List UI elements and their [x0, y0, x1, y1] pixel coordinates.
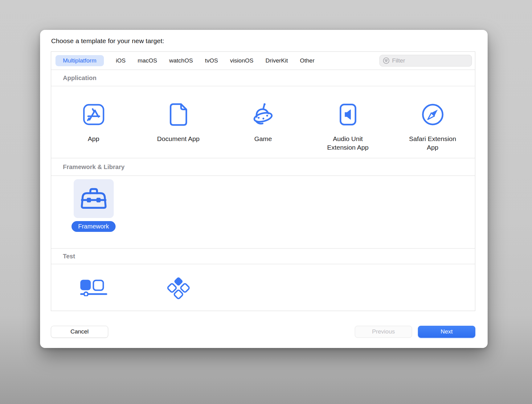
- framework-templates: Framework: [51, 176, 475, 248]
- selected-template-pill: Framework: [72, 221, 115, 232]
- tab-macos[interactable]: macOS: [137, 55, 157, 66]
- template-label: Safari Extension App: [405, 135, 461, 152]
- template-document-app[interactable]: Document App: [136, 86, 221, 158]
- section-header-framework-library: Framework & Library: [51, 158, 475, 176]
- template-label: App: [88, 135, 99, 143]
- ufo-game-icon: [250, 102, 276, 127]
- template-ui-testing-bundle[interactable]: [51, 264, 136, 311]
- filter-field[interactable]: [379, 55, 472, 67]
- template-audio-unit-extension-app[interactable]: Audio Unit Extension App: [305, 86, 390, 158]
- template-safari-extension-app[interactable]: Safari Extension App: [390, 86, 475, 158]
- template-framework-selected[interactable]: Framework: [51, 176, 136, 248]
- section-header-application: Application: [51, 70, 475, 86]
- test-templates: [51, 264, 475, 311]
- template-label: Game: [254, 135, 272, 143]
- section-header-test: Test: [51, 248, 475, 264]
- template-label: Audio Unit Extension App: [320, 135, 376, 152]
- new-target-dialog: Choose a template for your new target: M…: [40, 30, 488, 348]
- document-icon: [169, 102, 188, 127]
- tab-tvos[interactable]: tvOS: [205, 55, 218, 66]
- unit-testing-bundle-icon: [167, 276, 190, 300]
- audio-unit-speaker-icon: [339, 102, 357, 127]
- ui-testing-bundle-icon: [80, 280, 107, 296]
- template-app[interactable]: App: [51, 86, 136, 158]
- tab-visionos[interactable]: visionOS: [230, 55, 253, 66]
- tab-driverkit[interactable]: DriverKit: [265, 55, 288, 66]
- previous-button[interactable]: Previous: [355, 326, 412, 338]
- template-unit-testing-bundle[interactable]: [136, 264, 221, 311]
- tab-other[interactable]: Other: [300, 55, 315, 66]
- toolbox-icon: [80, 186, 108, 211]
- app-store-icon: [82, 102, 105, 127]
- template-chooser: Multiplatform iOS macOS watchOS tvOS vis…: [51, 51, 475, 311]
- filter-input[interactable]: [392, 57, 469, 64]
- dialog-title: Choose a template for your new target:: [51, 37, 164, 45]
- tab-multiplatform[interactable]: Multiplatform: [55, 55, 104, 66]
- template-game[interactable]: Game: [221, 86, 305, 158]
- tab-watchos[interactable]: watchOS: [169, 55, 193, 66]
- platform-tab-bar: Multiplatform iOS macOS watchOS tvOS vis…: [51, 52, 475, 70]
- cancel-button[interactable]: Cancel: [51, 326, 108, 338]
- filter-circle-icon: [383, 57, 390, 64]
- selected-template-tile[interactable]: [74, 179, 114, 218]
- application-templates: App Document App: [51, 86, 475, 158]
- dialog-footer: Cancel Previous Next: [51, 325, 475, 338]
- next-button[interactable]: Next: [418, 326, 475, 338]
- safari-compass-icon: [421, 102, 444, 127]
- template-label: Document App: [157, 135, 200, 143]
- tab-ios[interactable]: iOS: [116, 55, 126, 66]
